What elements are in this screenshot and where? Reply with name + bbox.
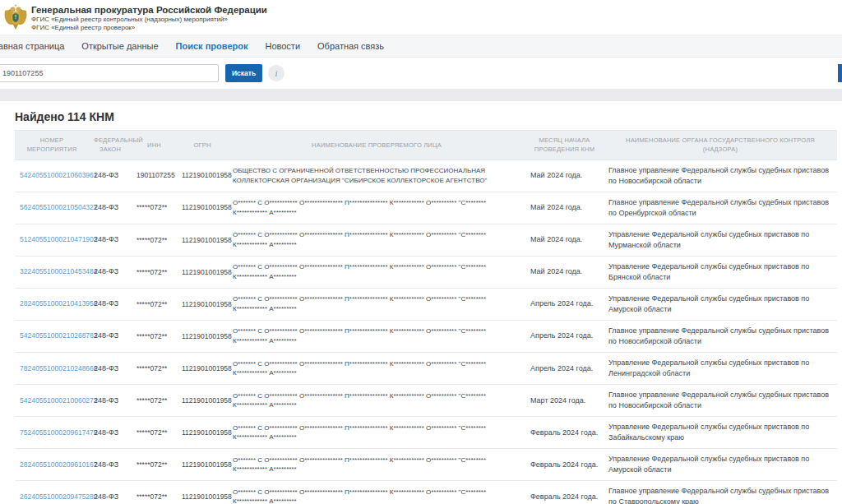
col-header-law: Федеральный закон (89, 131, 132, 160)
subject-name-cell: О******* С О*********** О***************… (228, 288, 525, 320)
knm-number-cell: 28240551000210413956 (15, 288, 89, 320)
nav-item-search-checks[interactable]: Поиск проверок (176, 41, 248, 51)
law-cell: 248-ФЗ (89, 449, 132, 481)
org-name: Генеральная прокуратура Российской Федер… (31, 4, 267, 16)
search-button[interactable]: Искать (225, 64, 262, 82)
ogrn-cell: 1121901001958 (177, 481, 228, 504)
law-cell: 248-ФЗ (89, 353, 132, 385)
subject-name-cell: О******* С О*********** О***************… (228, 417, 525, 449)
ogrn-cell: 1121901001958 (177, 288, 228, 320)
control-org-cell: Управление Федеральной службы судебных п… (604, 288, 837, 320)
start-month-cell: Февраль 2024 года. (525, 481, 604, 504)
subject-name-cell: О******* С О*********** О***************… (228, 449, 525, 481)
results-count-title: Найдено 114 КНМ (15, 110, 842, 123)
control-org-cell: Главное управление Федеральной службы су… (604, 192, 837, 224)
subject-name-cell: О******* С О*********** О***************… (228, 320, 525, 352)
knm-number-cell: 54240551000210603961 (15, 160, 89, 192)
subject-name-cell: О******* С О*********** О***************… (228, 224, 525, 256)
table-row: 54240551000210603961 248-ФЗ 1901107255 1… (15, 160, 837, 192)
start-month-cell: Апрель 2024 года. (525, 320, 604, 352)
table-row: 28240551000209610167 248-ФЗ *****072** 1… (15, 449, 837, 481)
ogrn-cell: 1121901001958 (177, 449, 228, 481)
knm-number-cell: 78240551000210248666 (15, 353, 89, 385)
knm-number-cell: 28240551000209610167 (15, 449, 89, 481)
cut-off-edge-button[interactable] (838, 64, 842, 82)
knm-number-link[interactable]: 54240551000210268783 (20, 331, 98, 340)
inn-cell: *****072** (132, 320, 177, 352)
table-row: 32240551000210453484 248-ФЗ *****072** 1… (15, 256, 837, 288)
start-month-cell: Апрель 2024 года. (525, 353, 604, 385)
law-cell: 248-ФЗ (89, 160, 132, 192)
inn-cell: *****072** (132, 256, 177, 288)
ogrn-cell: 1121901001958 (177, 224, 228, 256)
knm-number-link[interactable]: 75240551000209617479 (20, 428, 98, 437)
inn-cell: *****072** (132, 224, 177, 256)
knm-number-cell: 54240551000210268783 (15, 320, 89, 352)
ogrn-cell: 1121901001958 (177, 320, 228, 352)
law-cell: 248-ФЗ (89, 481, 132, 504)
ogrn-cell: 1121901001958 (177, 353, 228, 385)
law-cell: 248-ФЗ (89, 320, 132, 352)
ogrn-cell: 1121901001958 (177, 385, 228, 417)
nav-item-home[interactable]: Главная страница (0, 41, 64, 51)
knm-number-link[interactable]: 51240551000210471903 (20, 235, 98, 243)
info-icon[interactable]: i (268, 65, 285, 81)
knm-number-link[interactable]: 54240551000210603961 (20, 171, 98, 179)
table-row: 78240551000210248666 248-ФЗ *****072** 1… (15, 353, 837, 385)
knm-number-cell: 51240551000210471903 (15, 224, 89, 256)
start-month-cell: Апрель 2024 года. (525, 288, 604, 320)
inn-cell: *****072** (132, 192, 177, 224)
col-header-month: Месяц начала проведения КНМ (525, 131, 604, 160)
inn-cell: 1901107255 (132, 160, 177, 192)
table-row: 26240551000209475280 248-ФЗ *****072** 1… (15, 481, 837, 504)
subject-name-cell: О******* С О*********** О***************… (228, 256, 525, 288)
law-cell: 248-ФЗ (89, 256, 132, 288)
knm-number-cell: 56240551000210504327 (15, 192, 89, 224)
table-header-row: Номер мероприятия Федеральный закон ИНН … (15, 131, 837, 160)
table-row: 56240551000210504327 248-ФЗ *****072** 1… (15, 192, 837, 224)
col-header-org: Наименование органа государственного кон… (604, 131, 837, 160)
knm-number-link[interactable]: 78240551000210248666 (20, 364, 98, 372)
search-bar: Искать i (0, 58, 842, 89)
knm-number-link[interactable]: 32240551000210453484 (20, 267, 98, 275)
subject-name-cell: ОБЩЕСТВО С ОГРАНИЧЕННОЙ ОТВЕТСТВЕННОСТЬЮ… (228, 160, 525, 192)
knm-number-cell: 32240551000210453484 (15, 256, 89, 288)
col-header-name: Наименование проверяемого лица (228, 131, 525, 160)
law-cell: 248-ФЗ (89, 417, 132, 449)
start-month-cell: Май 2024 года. (525, 192, 604, 224)
control-org-cell: Управление Федеральной службы судебных п… (604, 449, 837, 481)
knm-number-cell: 54240551000210060273 (15, 385, 89, 417)
search-input[interactable] (0, 64, 219, 82)
ogrn-cell: 1121901001958 (177, 160, 228, 192)
nav-item-feedback[interactable]: Обратная связь (317, 41, 384, 51)
control-org-cell: Управление Федеральной службы судебных п… (604, 256, 837, 288)
knm-number-link[interactable]: 28240551000210413956 (20, 299, 98, 307)
knm-number-link[interactable]: 28240551000209610167 (20, 460, 98, 469)
law-cell: 248-ФЗ (89, 288, 132, 320)
subject-name-cell: О******* С О*********** О***************… (228, 353, 525, 385)
knm-number-link[interactable]: 26240551000209475280 (20, 492, 98, 501)
inn-cell: *****072** (132, 385, 177, 417)
prosecutor-emblem-icon (3, 4, 28, 30)
inn-cell: *****072** (132, 481, 177, 504)
col-header-inn: ИНН (132, 131, 177, 160)
control-org-cell: Управление Федеральной службы судебных п… (604, 353, 837, 385)
inn-cell: *****072** (132, 417, 177, 449)
control-org-cell: Главное управление Федеральной службы су… (604, 160, 837, 192)
knm-number-link[interactable]: 54240551000210060273 (20, 396, 98, 405)
nav-item-open-data[interactable]: Открытые данные (81, 41, 158, 51)
law-cell: 248-ФЗ (89, 224, 132, 256)
results-table-body: 54240551000210603961 248-ФЗ 1901107255 1… (15, 160, 837, 504)
knm-number-link[interactable]: 56240551000210504327 (20, 203, 98, 211)
ogrn-cell: 1121901001958 (177, 192, 228, 224)
start-month-cell: Май 2024 года. (525, 256, 604, 288)
main-nav: Главная страница Открытые данные Поиск п… (0, 35, 842, 58)
control-org-cell: Управление Федеральной службы судебных п… (604, 224, 837, 256)
inn-cell: *****072** (132, 288, 177, 320)
subject-name-cell: О******* С О*********** О***************… (228, 192, 525, 224)
control-org-cell: Главное управление Федеральной службы су… (604, 385, 837, 417)
control-org-cell: Управление Федеральной службы судебных п… (604, 417, 837, 449)
inn-cell: *****072** (132, 449, 177, 481)
table-row: 54240551000210060273 248-ФЗ *****072** 1… (15, 385, 837, 417)
nav-item-news[interactable]: Новости (265, 41, 300, 51)
